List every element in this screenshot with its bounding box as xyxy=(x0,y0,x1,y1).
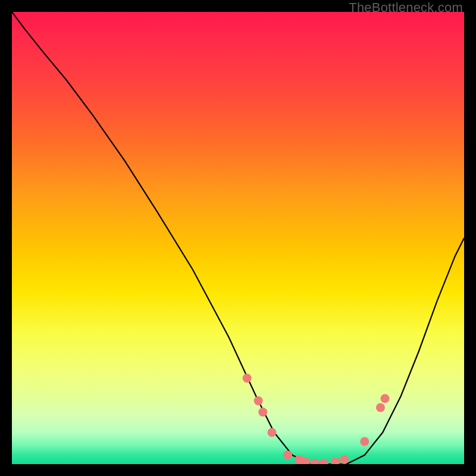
chart-svg xyxy=(12,12,464,464)
plot-area xyxy=(12,12,464,464)
data-point xyxy=(320,459,328,464)
data-point xyxy=(268,428,277,437)
data-point xyxy=(243,374,252,383)
chart-frame: TheBottleneck.com xyxy=(0,0,476,476)
bottleneck-curve xyxy=(12,12,464,464)
data-point xyxy=(258,408,267,416)
data-point xyxy=(381,394,390,403)
data-point xyxy=(331,458,340,464)
data-point xyxy=(360,437,369,446)
data-point xyxy=(311,459,320,464)
data-point xyxy=(376,403,385,412)
data-point xyxy=(340,455,349,464)
data-point xyxy=(283,450,292,459)
data-point xyxy=(254,396,263,405)
